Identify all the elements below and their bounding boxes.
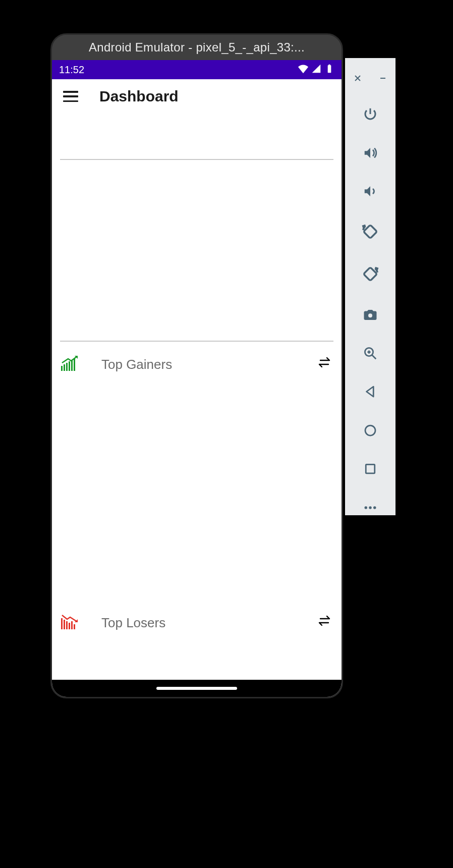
swap-icon[interactable] (317, 615, 331, 626)
volume-down-button[interactable] (360, 184, 380, 199)
close-emulator-button[interactable] (348, 68, 368, 88)
page-title: Dashboard (99, 88, 179, 105)
background-strip (395, 527, 399, 603)
svg-point-14 (368, 313, 372, 317)
svg-rect-7 (64, 620, 65, 629)
cellular-signal-icon (311, 64, 321, 76)
back-button[interactable] (360, 384, 380, 399)
status-time: 11:52 (59, 64, 84, 76)
chart-up-icon (61, 356, 79, 373)
svg-rect-9 (69, 623, 70, 629)
dashboard-content: Top Gainers (52, 114, 342, 680)
svg-point-19 (369, 506, 372, 509)
power-button[interactable] (360, 106, 380, 122)
top-gainers-content (59, 378, 334, 600)
gesture-handle-icon[interactable] (156, 687, 237, 690)
section-top-gainers[interactable]: Top Gainers (59, 342, 334, 378)
rotate-left-button[interactable] (360, 222, 380, 241)
rotate-right-button[interactable] (360, 264, 380, 284)
overview-button[interactable] (360, 461, 380, 476)
section-top-losers[interactable]: Top Losers (59, 600, 334, 636)
svg-rect-2 (66, 363, 68, 371)
blank-panel-middle (59, 160, 334, 341)
swap-icon[interactable] (317, 357, 331, 368)
home-button[interactable] (360, 423, 380, 438)
svg-rect-6 (61, 618, 63, 629)
blank-panel-top (59, 114, 334, 159)
svg-point-16 (365, 425, 375, 436)
emulator-title: Android Emulator - pixel_5_-_api_33:... (89, 40, 305, 55)
emulator-control-panel (345, 58, 395, 515)
status-icons (298, 64, 334, 76)
emulator-title-bar: Android Emulator - pixel_5_-_api_33:... (52, 35, 342, 60)
volume-up-button[interactable] (360, 145, 380, 160)
chart-down-icon (61, 614, 79, 631)
svg-rect-10 (71, 621, 73, 629)
svg-rect-0 (61, 366, 63, 371)
svg-rect-3 (69, 361, 70, 371)
android-gesture-bar[interactable] (52, 680, 342, 697)
app-bar: Dashboard (52, 79, 342, 114)
device-screen: 11:52 Dashboard (52, 60, 342, 697)
section-label: Top Losers (101, 615, 165, 631)
section-label: Top Gainers (101, 357, 172, 372)
svg-rect-11 (74, 624, 75, 629)
svg-rect-1 (64, 364, 65, 371)
svg-point-20 (373, 506, 376, 509)
svg-point-18 (365, 506, 368, 509)
svg-rect-5 (74, 358, 75, 371)
screenshot-button[interactable] (360, 307, 380, 322)
battery-icon (324, 64, 334, 76)
wifi-icon (298, 64, 308, 76)
menu-icon[interactable] (63, 91, 78, 102)
emulator-device-frame: Android Emulator - pixel_5_-_api_33:... … (50, 33, 343, 698)
zoom-button[interactable] (360, 346, 380, 361)
top-losers-content (59, 636, 334, 657)
android-status-bar: 11:52 (52, 60, 342, 79)
svg-rect-4 (71, 360, 73, 371)
svg-rect-8 (66, 621, 68, 629)
minimize-emulator-button[interactable] (373, 68, 393, 88)
svg-rect-17 (366, 465, 375, 474)
more-options-button[interactable] (360, 500, 380, 515)
